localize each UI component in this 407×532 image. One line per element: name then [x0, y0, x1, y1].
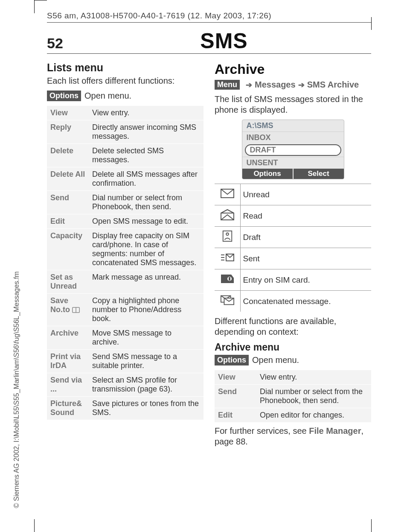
archive-intro: The list of SMS messages stored in the p…: [215, 94, 371, 115]
table-row: ArchiveMove SMS message to archive.: [47, 326, 204, 350]
phone-path: A:\SMS: [242, 120, 344, 132]
read-icon: [220, 209, 235, 221]
unread-icon: [220, 187, 235, 199]
addressbook-icon: [72, 307, 80, 313]
lists-menu-heading: Lists menu: [47, 61, 204, 74]
lists-menu-intro: Each list offers different functions:: [47, 76, 204, 86]
arrow-icon: ➔: [298, 80, 305, 90]
page-title: SMS: [77, 29, 371, 53]
table-row: Delete AllDelete all SMS messages after …: [47, 167, 204, 191]
options-desc: Open menu.: [84, 91, 131, 101]
svg-point-5: [226, 233, 229, 236]
softkey-right: Select: [294, 169, 344, 179]
icon-legend: Unread Read Draft Sent Entry on SIM card…: [215, 184, 371, 312]
table-row: ViewView entry.: [47, 106, 204, 120]
phone-screen: A:\SMS INBOX DRAFT UNSENT Options Select: [242, 120, 344, 179]
table-row: EditOpen SMS message to edit.: [47, 214, 204, 229]
archive-menu-heading: Archive menu: [215, 342, 371, 353]
table-row: ViewView entry.: [215, 370, 371, 385]
menu-tag: Menu: [215, 80, 240, 90]
table-row: Send via ...Select an SMS profile for tr…: [47, 373, 204, 397]
svg-rect-4: [223, 231, 232, 241]
sim-icon: [220, 273, 235, 285]
arrow-icon: ➔: [246, 80, 252, 90]
archive-menu-table: ViewView entry. SendDial number or selec…: [215, 370, 371, 422]
side-file-path: © Siemens AG 2002, I:\Mobil\L55\S55_Marl…: [13, 272, 20, 508]
phone-item: UNSENT: [242, 157, 344, 169]
softkey-left: Options: [242, 169, 294, 179]
table-row: Picture& SoundSave pictures or tones fro…: [47, 397, 204, 420]
sent-icon: [220, 251, 235, 263]
context-text: Different functions are available, depen…: [215, 316, 371, 337]
table-row: Save No.to Copy a highlighted phone numb…: [47, 294, 204, 326]
svg-rect-11: [229, 277, 230, 281]
archive-heading: Archive: [215, 61, 371, 77]
header-line: S56 am, A31008-H5700-A40-1-7619 (12. May…: [47, 11, 371, 23]
table-row: Print via IrDASend SMS message to a suit…: [47, 350, 204, 373]
further-services: For further services, see File Manager, …: [215, 426, 371, 447]
page-number: 52: [47, 35, 77, 52]
draft-icon: [220, 230, 235, 242]
table-row: SendDial number or select from Phonebook…: [47, 191, 204, 214]
table-row: Set as UnreadMark message as unread.: [47, 270, 204, 294]
nav-path: Menu ➔ Messages ➔ SMS Archive: [215, 80, 371, 90]
phone-item-selected: DRAFT: [245, 144, 341, 156]
phone-item: INBOX: [242, 132, 344, 143]
options-tag: Options: [47, 91, 81, 101]
concat-icon: [220, 294, 235, 306]
options-tag: Options: [215, 355, 249, 365]
table-row: SendDial number or select from the Phone…: [215, 385, 371, 408]
options-desc: Open menu.: [252, 355, 299, 365]
lists-menu-table: ViewView entry. ReplyDirectly answer inc…: [47, 105, 204, 420]
table-row: ReplyDirectly answer incoming SMS messag…: [47, 120, 204, 144]
table-row: DeleteDelete selected SMS messages.: [47, 144, 204, 167]
table-row: CapacityDisplay free capacity on SIM car…: [47, 229, 204, 270]
table-row: EditOpen editor for changes.: [215, 408, 371, 423]
